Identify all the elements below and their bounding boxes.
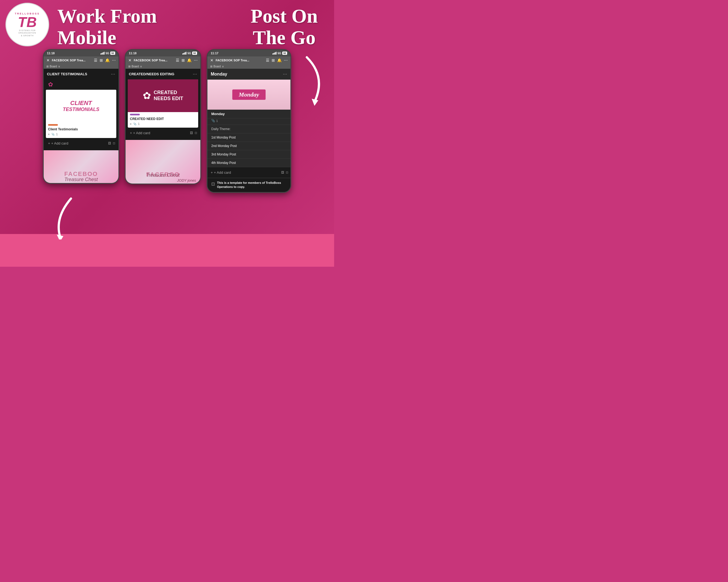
phone2-bell-icon[interactable]: 🔔 [187, 58, 191, 62]
phone3-nav-icons: ☰ ⊞ 🔔 ⋯ [266, 58, 288, 62]
arrow-down-right [290, 55, 329, 109]
header-post-on-the-go: Post OnThe Go [251, 5, 318, 49]
phone3-signal-bars [272, 52, 277, 55]
phone2-grid-icon[interactable]: ⊞ [182, 58, 185, 62]
phone3-bell-icon[interactable]: 🔔 [277, 58, 282, 62]
phone3-attach-count: 1 [216, 119, 218, 122]
phone3-attach-icon: 📎 [211, 119, 215, 122]
bar2 [183, 53, 184, 55]
phone2-card-body: CREATED NEED EDIT ≡ 📎 1 [128, 112, 198, 128]
phone2-battery: 92 [192, 52, 197, 55]
phone3-post2[interactable]: 2nd Monday Post [207, 142, 290, 150]
phone1-image-icon[interactable]: 🖼 [108, 142, 111, 145]
phone-2: 11:18 5G 92 ✕ FACEBOOK SOP Trea... ☰ ⊞ 🔔 [125, 49, 201, 184]
phone-3: 11:17 5G 92 ✕ FACEBOOK SOP Trea... ☰ ⊞ 🔔 [207, 49, 291, 193]
phone3-status-bar: 11:17 5G 92 [207, 50, 290, 56]
phone1-lines-icon: ≡ [48, 133, 50, 136]
phone3-monday-meta: 📎 1 [207, 118, 290, 125]
bar4 [276, 52, 277, 55]
phone3-daily-theme: Daily Theme: [207, 125, 290, 133]
phone1-card-body: Client Testimonials ≡ 📎 1 [46, 122, 116, 138]
phone3-template-notice: ⊡ This is a template for members of Trel… [207, 178, 290, 192]
phone2-card-img-text: CREATED NEEDS EDIT [154, 90, 183, 102]
phone1-more-icon[interactable]: ⋯ [112, 58, 116, 62]
phone2-status-bar: 11:18 5G 92 [126, 50, 200, 56]
phone2-status-right: 5G 92 [182, 52, 197, 55]
header-work-from-mobile: Work FromMobile [57, 5, 157, 49]
phone1-card-actions: 🖼 ⊡ [108, 142, 115, 145]
phone2-col-dots[interactable]: ⋯ [193, 72, 197, 77]
bar1 [272, 53, 273, 55]
phone2-card-title: CREATED NEED EDIT [130, 117, 196, 121]
phone1-board-icon: ⊞ [46, 65, 49, 68]
phone1-add-card-row: + + Add card 🖼 ⊡ [46, 140, 116, 148]
phone3-network: 5G [278, 52, 281, 55]
phone1-col-dots[interactable]: ⋯ [111, 72, 115, 77]
phone3-plus-icon: + [211, 170, 213, 174]
phone1-menu-icon[interactable]: ☰ [94, 58, 98, 62]
phone2-more-icon[interactable]: ⋯ [194, 58, 198, 62]
phone3-grid-icon[interactable]: ⊞ [271, 58, 275, 62]
phone1-battery: 92 [110, 52, 115, 55]
phone1-col-title: CLIENT TESTIMONIALS [47, 72, 87, 76]
phone1-card[interactable]: CLIENT TESTIMONIALS Client Testimonials … [46, 90, 116, 138]
phone1-signal-bars [100, 52, 105, 55]
phone2-close-icon[interactable]: ✕ [128, 58, 132, 62]
phone3-template-icon[interactable]: ⊡ [286, 171, 288, 174]
phone2-time: 11:18 [129, 52, 136, 55]
phone2-chevron-icon: ∨ [140, 65, 142, 68]
phone2-card[interactable]: ✿ CREATED NEEDS EDIT CREATED NEED EDIT ≡… [128, 79, 198, 128]
phone1-card-img-text: CLIENT TESTIMONIALS [63, 100, 99, 113]
bar4 [186, 52, 186, 55]
phone1-daisy-icon: ✿ [48, 81, 53, 88]
phone2-board-label: ⊞ Board ∨ [126, 64, 200, 69]
phones-container: 11:18 5G 92 ✕ FACEBOOK SOP Trea... ☰ ⊞ 🔔 [5, 49, 329, 193]
phone3-chevron-icon: ∨ [222, 65, 224, 68]
phone3-monday-header: Monday ⋯ [207, 69, 290, 80]
phone2-col-title: CREATED/NEEDS EDITING [129, 72, 175, 76]
phone3-col-dots[interactable]: ⋯ [283, 72, 287, 77]
phone3-close-icon[interactable]: ✕ [210, 58, 213, 62]
phone2-card-meta: ≡ 📎 1 [130, 122, 196, 126]
phone2-card-image: ✿ CREATED NEEDS EDIT [128, 79, 198, 112]
phone3-card-actions: 🖼 ⊡ [281, 171, 288, 174]
phone1-add-card-btn[interactable]: + + Add card [47, 140, 69, 147]
phone1-bell-icon[interactable]: 🔔 [105, 58, 110, 62]
phone2-bg-decor: FACEBOO Treasure Chest JODY jones [126, 140, 200, 184]
phone1-close-icon[interactable]: ✕ [46, 58, 50, 62]
phone1-grid-icon[interactable]: ⊞ [100, 58, 103, 62]
bar2 [102, 53, 102, 55]
phone3-template-text: This is a template for members of Trello… [217, 181, 287, 189]
phone2-image-icon[interactable]: 🖼 [190, 131, 193, 135]
phone1-board-label: ⊞ Board ∨ [44, 64, 119, 69]
phone2-template-icon[interactable]: ⊡ [194, 131, 197, 135]
phone2-nav-title: FACEBOOK SOP Trea... [134, 59, 174, 62]
phone3-board-icon: ⊞ [210, 65, 212, 68]
phone2-nav-icons: ☰ ⊞ 🔔 ⋯ [176, 58, 198, 62]
phone2-add-card-btn[interactable]: + + Add card [129, 129, 151, 137]
phone3-banner-text: Monday [232, 89, 266, 100]
phone2-card-actions: 🖼 ⊡ [190, 131, 197, 135]
phone3-add-card-btn[interactable]: + + Add card [210, 169, 232, 176]
phone2-menu-icon[interactable]: ☰ [176, 58, 179, 62]
phone1-nav-icons: ☰ ⊞ 🔔 ⋯ [94, 58, 116, 62]
phone3-post3[interactable]: 3rd Monday Post [207, 150, 290, 159]
phone3-monday-banner: Monday [207, 80, 290, 110]
phone1-trello-nav: ✕ FACEBOOK SOP Trea... ☰ ⊞ 🔔 ⋯ [44, 56, 119, 64]
phone1-status-bar: 11:18 5G 92 [44, 50, 119, 56]
phone2-plus-icon: + [130, 131, 132, 135]
logo-letters: TB [18, 15, 36, 29]
phone2-signal-bars [182, 52, 186, 55]
phone3-more-icon[interactable]: ⋯ [284, 58, 288, 62]
phone1-attach-count: 1 [56, 133, 58, 136]
logo: TRELLOBOSS TB SYSTEMS FOR ORGANIZATION &… [5, 3, 49, 46]
phone2-author-text: JODY jones [177, 178, 196, 183]
phone3-menu-icon[interactable]: ☰ [266, 58, 269, 62]
phone2-card-img-content: ✿ CREATED NEEDS EDIT [140, 87, 186, 104]
phone3-post4[interactable]: 4th Monday Post [207, 159, 290, 167]
phone3-post1[interactable]: 1st Monday Post [207, 133, 290, 142]
phone1-template-icon[interactable]: ⊡ [113, 142, 115, 145]
phone2-add-card-row: + + Add card 🖼 ⊡ [128, 129, 198, 138]
phone3-image-icon[interactable]: 🖼 [281, 171, 284, 174]
phone1-nav-title: FACEBOOK SOP Trea... [52, 59, 92, 62]
